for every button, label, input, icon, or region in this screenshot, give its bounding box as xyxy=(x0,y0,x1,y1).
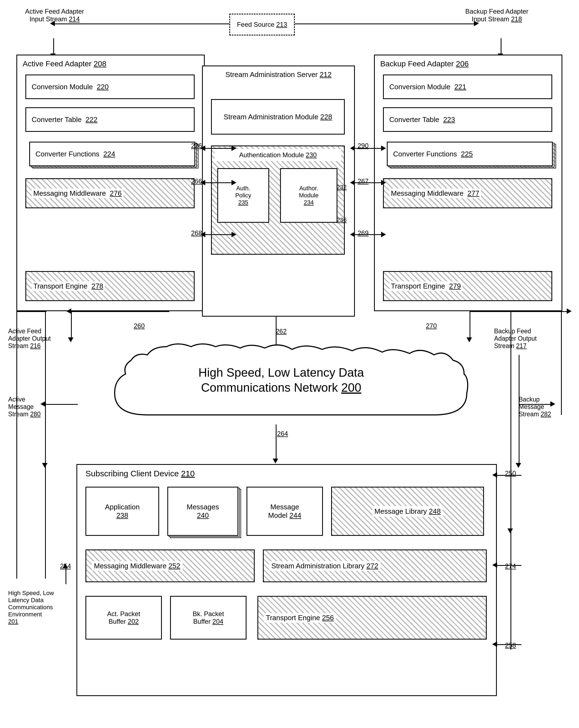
arrowhead-254-up xyxy=(62,564,68,568)
transport-engine-279-box: Transport Engine 279 xyxy=(383,271,552,301)
arrowhead-backup-msg xyxy=(516,463,521,468)
stream-admin-server-box: Stream Administration Server 212 Stream … xyxy=(202,66,355,317)
converter-table-223-box: Converter Table 223 xyxy=(383,107,552,132)
backup-feed-adapter-box: Backup Feed Adapter 206 Conversion Modul… xyxy=(374,55,562,311)
label-267: 267 xyxy=(358,177,369,185)
arrow-236-label: 236 xyxy=(337,216,347,224)
arrowhead-feed-active xyxy=(50,21,55,26)
stream-admin-library-box: Stream Administration Library 272 xyxy=(263,549,487,582)
arrow-269-line xyxy=(355,234,382,235)
arrow-active-input xyxy=(53,38,54,55)
arrow-267-line xyxy=(355,182,382,183)
arrowhead-264-down xyxy=(273,459,278,464)
arrowhead-260-down xyxy=(68,337,74,342)
arrowhead-250-down xyxy=(507,528,513,534)
transport-engine-256-box: Transport Engine 256 xyxy=(257,596,487,640)
arrow-274-vert xyxy=(510,529,511,584)
messaging-middleware-276-box: Messaging Middleware 276 xyxy=(25,178,195,208)
authentication-module-box: Authentication Module 230 Auth.Policy235… xyxy=(211,146,345,255)
backup-output-label: Backup FeedAdapter OutputStream 217 xyxy=(494,328,562,350)
arrowhead-267-l xyxy=(350,180,355,185)
auth-policy-box: Auth.Policy235 xyxy=(217,168,269,223)
conversion-module-220-box: Conversion Module 220 xyxy=(25,75,195,99)
arrowhead-269-r xyxy=(381,232,386,237)
network-label: High Speed, Low Latency Data xyxy=(199,366,364,379)
converter-table-222-box: Converter Table 222 xyxy=(25,107,195,132)
arrowhead-feed-backup xyxy=(474,21,479,26)
local-env-label: High Speed, LowLatency DataCommunication… xyxy=(8,590,74,625)
active-output-label: Active FeedAdapter OutputStream 216 xyxy=(8,328,68,350)
author-module-box: Author.Module234 xyxy=(280,168,337,223)
stream-admin-module-box: Stream Administration Module 228 xyxy=(211,99,345,135)
arrow-274-horiz xyxy=(497,565,521,566)
messaging-middleware-252-box: Messaging Middleware 252 xyxy=(85,549,255,582)
active-feed-adapter-title: Active Feed Adapter 208 xyxy=(17,55,204,72)
arrow-active-top-horiz xyxy=(17,311,46,312)
active-msg-stream-label: ActiveMessageStream 280 xyxy=(8,396,60,418)
label-262: 262 xyxy=(276,328,287,335)
diagram: Feed Source 213 Active Feed AdapterInput… xyxy=(0,0,579,728)
arrow-266-line xyxy=(205,182,233,183)
arrow-258-vert xyxy=(510,584,511,650)
network-cloud: High Speed, Low Latency Data Communicati… xyxy=(93,338,470,426)
arrow-250-vert xyxy=(510,475,511,529)
arrowhead-backup-msg-r xyxy=(550,401,555,407)
arrow-backup-right-vert xyxy=(510,311,511,475)
arrowhead-274-left xyxy=(492,562,497,568)
arrow-260-horiz xyxy=(71,311,169,312)
arrow-feed-to-backup xyxy=(295,24,475,24)
label-269: 269 xyxy=(358,229,369,237)
arrowhead-270-right xyxy=(567,308,572,314)
label-260: 260 xyxy=(134,322,145,330)
arrow-active-left-vert2 xyxy=(17,311,17,579)
arrow-backup-input xyxy=(501,38,501,55)
arrow-backup-top-horiz xyxy=(510,311,562,312)
label-270: 270 xyxy=(426,322,437,330)
conversion-module-221-box: Conversion Module 221 xyxy=(383,75,552,99)
arrowhead-268-l xyxy=(200,232,205,237)
arrowhead-226-l xyxy=(200,146,205,151)
messaging-middleware-277-box: Messaging Middleware 277 xyxy=(383,178,552,208)
arrow-260-vert xyxy=(71,311,72,338)
feed-source-label: Feed Source 213 xyxy=(237,21,287,28)
arrow-264-vert xyxy=(276,424,277,460)
arrowhead-active-msg-l xyxy=(41,401,45,407)
arrow-270-vert xyxy=(470,311,470,338)
backup-feed-adapter-title: Backup Feed Adapter 206 xyxy=(375,55,561,72)
arrowhead-260-left xyxy=(66,308,71,314)
arrowhead-266-r xyxy=(232,180,236,185)
transport-engine-278-box: Transport Engine 278 xyxy=(25,271,195,301)
feed-source-ref: 213 xyxy=(276,21,287,28)
backup-msg-vert xyxy=(519,355,520,464)
arrowhead-226-r xyxy=(232,146,236,151)
arrow-backup-right-vert2 xyxy=(561,311,562,415)
bk-packet-buffer-box: Bk. PacketBuffer 204 xyxy=(170,596,246,640)
stream-admin-server-title: Stream Administration Server 212 xyxy=(203,66,354,83)
backup-feed-input-label: Backup Feed AdapterInput Stream 218 xyxy=(450,8,543,23)
label-264: 264 xyxy=(277,430,288,438)
subscribing-client-title: Subscribing Client Device 210 xyxy=(77,465,496,482)
network-label-2: Communications Network 200 xyxy=(201,381,362,394)
backup-msg-horiz xyxy=(519,404,551,405)
application-box: Application238 xyxy=(85,487,159,536)
subscribing-client-box: Subscribing Client Device 210 Applicatio… xyxy=(76,464,497,696)
feed-source-box: Feed Source 213 xyxy=(229,14,295,35)
message-library-box: Message Library 248 xyxy=(331,487,484,536)
arrow-250-horiz xyxy=(497,475,521,476)
arrow-290-line xyxy=(355,148,382,149)
arrowhead-290-l xyxy=(350,146,355,151)
arrow-active-left-vert xyxy=(45,311,46,579)
arrowhead-258-left xyxy=(492,642,497,647)
active-msg-horiz xyxy=(45,404,78,405)
backup-msg-stream-label: BackupMessageStream 282 xyxy=(519,396,571,418)
arrow-258-horiz xyxy=(497,644,521,645)
arrowhead-290-r xyxy=(381,146,386,151)
active-feed-adapter-box: Active Feed Adapter 208 Conversion Modul… xyxy=(17,55,205,311)
arrowhead-267-r xyxy=(381,180,386,185)
arrowhead-266-l xyxy=(200,180,205,185)
arrow-232-label: 232 xyxy=(337,184,347,191)
arrowhead-268-r xyxy=(232,232,236,237)
arrow-226-line xyxy=(205,148,233,149)
arrow-254-vert xyxy=(65,568,66,584)
arrowhead-269-l xyxy=(350,232,355,237)
